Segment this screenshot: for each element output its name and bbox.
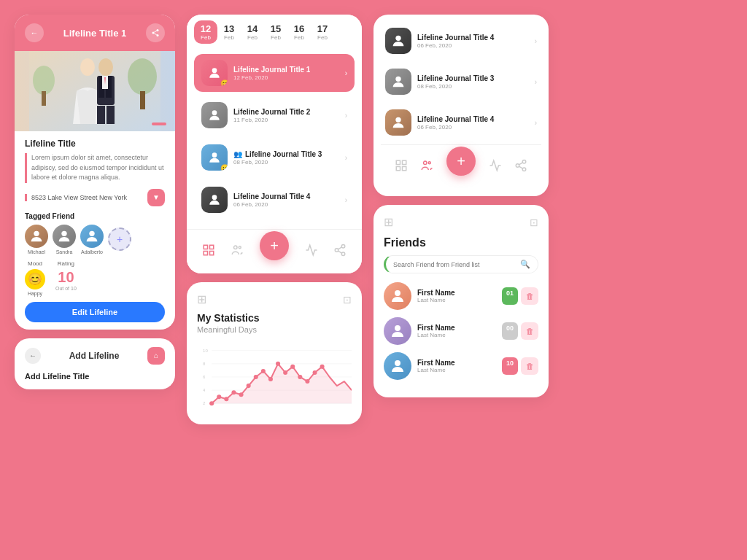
svg-line-36 <box>338 247 342 249</box>
add-lifeline-title: Add Lifeline <box>69 351 120 361</box>
stats-logout-icon[interactable]: ⊡ <box>343 294 352 306</box>
svg-point-56 <box>276 362 280 366</box>
svg-rect-68 <box>396 167 400 171</box>
date-tab-2[interactable]: 14 Feb <box>241 20 264 44</box>
journal-item-2[interactable]: 😐 👥 Lifeline Journal Title 3 08 Feb, 202… <box>194 139 355 176</box>
svg-point-73 <box>516 164 519 168</box>
mood-rating-row: Mood 😊 Happy Rating 10 Out of 10 <box>25 260 165 296</box>
friend-list-item-1: First Name Last Name 00 🗑 <box>384 317 538 345</box>
location-button[interactable]: ▼ <box>147 189 165 206</box>
nav-share-icon[interactable] <box>333 244 347 260</box>
date-tab-1[interactable]: 13 Feb <box>217 20 241 44</box>
date-tab-5[interactable]: 17 Feb <box>311 20 334 44</box>
lifeline-image <box>15 51 175 131</box>
svg-point-22 <box>212 68 217 73</box>
fab-button[interactable]: + <box>260 231 289 260</box>
j-right-date-0: 06 Feb, 2020 <box>417 42 529 49</box>
nav-journal-icon[interactable] <box>202 244 215 260</box>
friend-avatar-adalberto <box>80 225 104 248</box>
svg-point-49 <box>224 397 228 401</box>
journal-item-3[interactable]: Lifeline Journal Title 4 06 Feb, 2020 › <box>194 181 355 219</box>
date-day-3: 15 <box>271 23 281 34</box>
j-right-info-0: Lifeline Journal Title 4 06 Feb, 2020 <box>417 34 529 49</box>
j-right-item-1[interactable]: Lifeline Journal Title 3 08 Feb, 2020 › <box>381 63 541 101</box>
svg-point-10 <box>80 58 95 76</box>
svg-point-20 <box>61 230 66 236</box>
svg-rect-15 <box>97 106 105 124</box>
friend-item-2: Adalberto <box>80 225 104 254</box>
add-lifeline-back[interactable]: ← <box>25 348 41 364</box>
add-friend-button[interactable]: + <box>108 228 131 251</box>
svg-point-60 <box>305 379 309 384</box>
r-nav-stats-icon[interactable] <box>489 159 502 175</box>
svg-point-33 <box>335 249 338 252</box>
tagged-friends-row: Michael Sandra Adalberto + <box>25 225 165 254</box>
date-month-1: Feb <box>224 34 234 41</box>
r-nav-share-icon[interactable] <box>514 159 527 175</box>
svg-line-75 <box>519 166 523 168</box>
friend-delete-2[interactable]: 🗑 <box>521 357 538 375</box>
j-right-title-2: Lifeline Journal Title 4 <box>417 115 529 123</box>
journal-info-0: Lifeline Journal Title 1 12 Feb, 2020 <box>233 66 339 81</box>
friend-name-f0: First Name <box>417 289 496 297</box>
friend-delete-0[interactable]: 🗑 <box>521 287 538 305</box>
j-right-item-0[interactable]: Lifeline Journal Title 4 06 Feb, 2020 › <box>381 22 541 60</box>
lifeline-section-title: Lifeline Title <box>25 139 165 149</box>
location-row: 8523 Lake View Street New York ▼ <box>25 189 165 206</box>
friend-item-0: Michael <box>25 225 48 254</box>
journal-thumb-0: 😊 <box>201 60 228 86</box>
friends-logout-icon[interactable]: ⊡ <box>530 217 538 228</box>
svg-point-71 <box>429 162 431 164</box>
back-button[interactable]: ← <box>25 23 44 42</box>
lifeline-header: ← Lifeline Title 1 <box>15 15 175 51</box>
svg-text:4: 4 <box>203 388 206 392</box>
svg-rect-7 <box>42 91 46 106</box>
date-day-4: 16 <box>294 23 304 34</box>
journal-info-1: Lifeline Journal Title 2 11 Feb, 2020 <box>233 108 339 123</box>
r-nav-journal-icon[interactable] <box>395 159 408 175</box>
friend-badge-1: 00 <box>502 322 518 340</box>
share-button[interactable] <box>146 23 165 42</box>
journal-item-0[interactable]: 😊 Lifeline Journal Title 1 12 Feb, 2020 … <box>194 54 355 92</box>
svg-point-34 <box>341 252 345 256</box>
r-nav-friends-icon[interactable] <box>420 159 433 175</box>
svg-rect-27 <box>209 245 213 249</box>
home-button[interactable]: ⌂ <box>147 347 165 365</box>
svg-point-25 <box>212 195 217 200</box>
rating-block: Rating 10 Out of 10 <box>55 260 77 296</box>
friend-avatar-0 <box>384 282 411 310</box>
journal-thumb-3 <box>201 187 228 213</box>
svg-point-11 <box>98 58 113 76</box>
journal-right-card: Lifeline Journal Title 4 06 Feb, 2020 › … <box>374 15 549 196</box>
journal-list: 😊 Lifeline Journal Title 1 12 Feb, 2020 … <box>187 48 362 229</box>
svg-point-62 <box>320 365 325 369</box>
lifeline-detail-card: ← Lifeline Title 1 <box>15 15 175 330</box>
date-tab-4[interactable]: 16 Feb <box>287 20 311 44</box>
j-right-item-2[interactable]: Lifeline Journal Title 4 06 Feb, 2020 › <box>381 104 541 141</box>
svg-line-35 <box>338 251 342 253</box>
r-fab-button[interactable]: + <box>446 147 476 176</box>
journal-item-1[interactable]: Lifeline Journal Title 2 11 Feb, 2020 › <box>194 96 355 134</box>
journal-title-2: 👥 Lifeline Journal Title 3 <box>233 150 339 158</box>
date-tab-3[interactable]: 15 Feb <box>264 20 287 44</box>
svg-point-64 <box>395 77 400 82</box>
friends-search-input[interactable] <box>393 261 520 268</box>
journal-chevron-1: › <box>345 112 347 120</box>
svg-rect-69 <box>402 167 406 171</box>
date-tab-0[interactable]: 12 Feb <box>194 20 217 44</box>
svg-point-2 <box>156 34 158 36</box>
j-right-date-2: 06 Feb, 2020 <box>417 124 529 131</box>
edit-lifeline-button[interactable]: Edit Lifeline <box>25 302 165 322</box>
nav-friends-icon[interactable] <box>231 244 244 260</box>
svg-point-48 <box>217 394 221 399</box>
nav-stats-icon[interactable] <box>305 244 318 260</box>
friend-badge-0: 01 <box>502 287 518 305</box>
mood-label: Mood <box>25 260 45 267</box>
journal-date-1: 11 Feb, 2020 <box>233 117 339 123</box>
svg-point-65 <box>395 117 400 122</box>
rating-value: 10 <box>55 269 77 286</box>
svg-text:8: 8 <box>203 362 206 366</box>
friends-search-bar: 🔍 <box>384 255 538 273</box>
friend-delete-1[interactable]: 🗑 <box>521 322 538 340</box>
svg-point-31 <box>239 246 241 249</box>
